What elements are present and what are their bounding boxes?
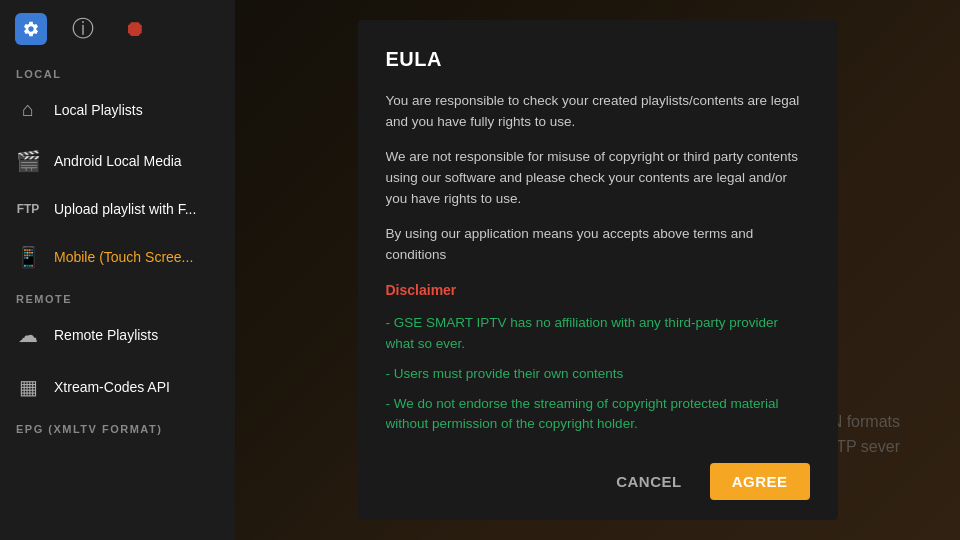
sidebar-item-label: Mobile (Touch Scree... xyxy=(54,249,193,265)
sidebar-top-icons: ⓘ ⏺ xyxy=(0,0,235,58)
settings-button[interactable] xyxy=(12,10,50,48)
home-icon: ⌂ xyxy=(16,98,40,121)
sidebar-item-local-playlists[interactable]: ⌂ Local Playlists xyxy=(0,84,235,135)
info-icon: ⓘ xyxy=(72,14,94,44)
film-icon: 🎬 xyxy=(16,149,40,173)
dialog-para1: You are responsible to check your create… xyxy=(386,91,810,133)
mobile-icon: 📱 xyxy=(16,245,40,269)
disclaimer-item-1: - GSE SMART IPTV has no affiliation with… xyxy=(386,313,810,354)
sidebar-item-xtream-codes[interactable]: ▦ Xtream-Codes API xyxy=(0,361,235,413)
sidebar-item-upload-ftp[interactable]: FTP Upload playlist with F... xyxy=(0,187,235,231)
section-remote-label: REMOTE xyxy=(0,283,235,309)
sidebar-item-mobile[interactable]: 📱 Mobile (Touch Scree... xyxy=(0,231,235,283)
gear-icon xyxy=(15,13,47,45)
agree-button[interactable]: AGREE xyxy=(710,463,810,500)
sidebar: ⓘ ⏺ LOCAL ⌂ Local Playlists 🎬 Android Lo… xyxy=(0,0,235,540)
dialog-body: You are responsible to check your create… xyxy=(386,91,810,444)
disclaimer-title: Disclaimer xyxy=(386,280,810,302)
sidebar-item-android-local-media[interactable]: 🎬 Android Local Media xyxy=(0,135,235,187)
section-local-label: LOCAL xyxy=(0,58,235,84)
grid-icon: ▦ xyxy=(16,375,40,399)
modal-overlay: EULA You are responsible to check your c… xyxy=(235,0,960,540)
dialog-para3: By using our application means you accep… xyxy=(386,224,810,266)
dialog-title: EULA xyxy=(386,48,810,71)
sidebar-item-label: Remote Playlists xyxy=(54,327,158,343)
cloud-icon: ☁ xyxy=(16,323,40,347)
disclaimer-item-2: - Users must provide their own contents xyxy=(386,364,810,384)
sidebar-item-remote-playlists[interactable]: ☁ Remote Playlists xyxy=(0,309,235,361)
dialog-actions: CANCEL AGREE xyxy=(386,463,810,500)
eula-dialog: EULA You are responsible to check your c… xyxy=(358,20,838,519)
dialog-para2: We are not responsible for misuse of cop… xyxy=(386,147,810,210)
sidebar-item-label: Upload playlist with F... xyxy=(54,201,196,217)
sidebar-item-label: Xtream-Codes API xyxy=(54,379,170,395)
cancel-button[interactable]: CANCEL xyxy=(604,465,694,498)
ftp-icon: FTP xyxy=(16,202,40,216)
info-button[interactable]: ⓘ xyxy=(64,10,102,48)
sidebar-item-label: Local Playlists xyxy=(54,102,143,118)
section-epg-label: EPG (XMLTV FORMAT) xyxy=(0,413,235,439)
main-area: SON formats using FTP sever EULA You are… xyxy=(235,0,960,540)
disclaimer-item-3: - We do not endorse the streaming of cop… xyxy=(386,394,810,435)
sidebar-item-label: Android Local Media xyxy=(54,153,182,169)
power-button[interactable]: ⏺ xyxy=(116,10,154,48)
power-icon: ⏺ xyxy=(124,16,146,42)
